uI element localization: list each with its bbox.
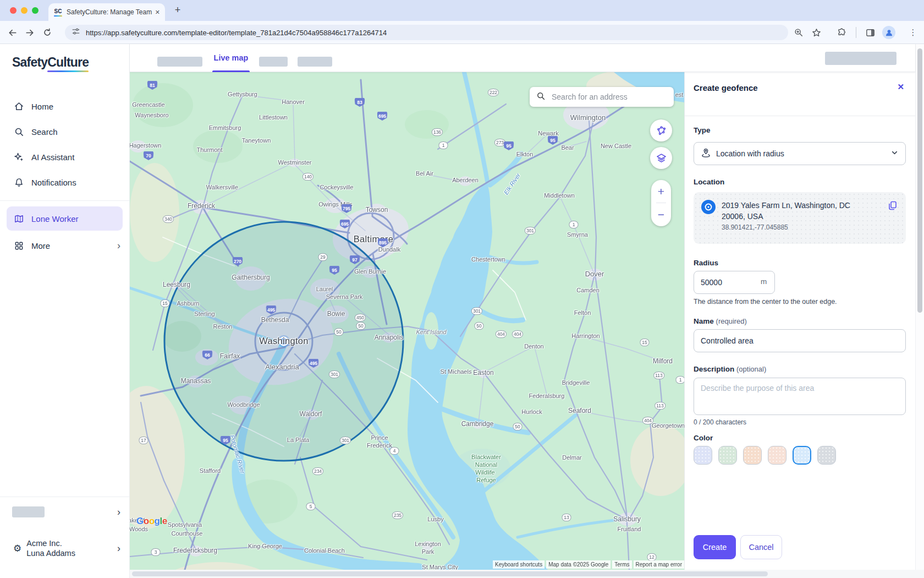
forward-button[interactable] [23,26,36,39]
site-settings-icon[interactable] [72,27,80,38]
panel-divider [685,116,915,116]
radius-help-text: The distance from the center to the oute… [694,298,837,306]
bookmark-star-icon[interactable] [810,26,823,39]
address-line1: 2019 Yales Farm Ln, Washington, DC [722,201,850,210]
zoom-out-button[interactable]: − [651,203,671,226]
zoom-in-button[interactable]: + [651,180,671,203]
active-tab-underline [212,70,250,72]
header-skeleton [825,52,897,65]
address-bar[interactable]: https://app.safetyculture.com/template-e… [65,25,788,40]
minimize-window-button[interactable] [21,7,28,14]
tab-skeleton [259,57,288,67]
tab-live-map[interactable]: Live map [212,44,250,72]
browser-toolbar: https://app.safetyculture.com/template-e… [0,21,924,44]
org-switcher[interactable]: ⚙ Acme Inc. Luna Addams › [0,534,129,563]
browser-menu-icon[interactable]: ⋮ [908,26,919,39]
sidebar-item-home[interactable]: Home [0,94,129,119]
description-textarea[interactable] [694,378,906,415]
name-input[interactable] [694,329,906,352]
sidebar-item-search[interactable]: Search [0,119,129,144]
sparkle-icon [14,152,24,162]
back-button[interactable] [6,26,19,39]
close-tab-icon[interactable]: ✕ [155,9,160,16]
side-panel-icon[interactable] [864,26,877,39]
new-tab-button[interactable]: + [172,4,184,17]
bell-icon [14,177,24,188]
safetyculture-logo[interactable]: SafetyCulture [12,55,89,70]
color-swatch-3[interactable] [743,446,762,465]
color-swatch-2[interactable] [718,446,737,465]
location-radius-icon [701,148,711,160]
color-swatch-6[interactable] [817,446,836,465]
close-window-button[interactable] [10,7,16,14]
create-button[interactable]: Create [694,535,736,559]
map-search-box[interactable] [530,87,674,107]
map-icon [14,214,24,224]
sidebar-item-label: Notifications [31,178,76,187]
user-name: Luna Addams [26,549,75,558]
color-swatch-4[interactable] [768,446,787,465]
chevron-right-icon: › [117,241,120,250]
horizontal-scrollbar[interactable] [130,570,924,578]
map-attribution-item[interactable]: Keyboard shortcuts [493,560,544,569]
type-value: Location with radius [716,149,886,158]
sidebar-item-more[interactable]: More› [0,233,129,258]
map-search-input[interactable] [551,92,667,102]
extensions-icon[interactable] [835,26,848,39]
map-attribution-item[interactable]: Terms [612,560,631,569]
browser-tab-title: SafetyCulture: Manage Teams and... [67,8,152,16]
url-text: https://app.safetyculture.com/template-e… [86,29,387,37]
name-required-hint: (required) [716,317,747,325]
sidebar-nav: HomeSearchAI AssistantNotificationsLone … [0,94,129,258]
create-geofence-panel: Create geofence ✕ Type Location with rad… [684,72,915,570]
map-attribution: Keyboard shortcutsMap data ©2025 GoogleT… [493,560,684,569]
sidebar-item-notifications[interactable]: Notifications [0,170,129,195]
draw-geofence-button[interactable] [650,119,672,141]
color-swatch-1[interactable] [694,446,712,465]
map-layers-button[interactable] [650,147,672,169]
zoom-page-icon[interactable] [792,26,805,39]
logo-gradient-underline [47,70,89,73]
vertical-scrollbar[interactable] [915,44,924,570]
name-label: Name (required) [694,317,747,325]
type-select[interactable]: Location with radius [694,142,906,165]
horizontal-scrollbar-thumb[interactable] [132,571,768,576]
maximize-window-button[interactable] [32,7,38,14]
cancel-button[interactable]: Cancel [740,535,782,559]
sidebar: SafetyCulture HomeSearchAI AssistantNoti… [0,44,130,578]
page-tabbar: Live map [130,44,915,72]
sidebar-item-lone-worker[interactable]: Lone Worker [7,206,123,231]
copy-icon[interactable] [887,200,898,213]
color-swatches [694,446,836,465]
location-label: Location [694,178,724,186]
geofence-center-dot [280,338,287,345]
browser-tabstrip: SC SafetyCulture: Manage Teams and... ✕ … [0,0,924,21]
description-optional-hint: (optional) [736,365,766,373]
char-count: 0 / 200 characters [694,418,746,426]
toolbar-separator [856,27,856,38]
sidebar-footer-skeleton [12,506,45,517]
map-attribution-item[interactable]: Map data ©2025 Google [546,560,610,569]
safetyculture-favicon: SC [53,8,63,17]
draw-polygon-icon [656,125,667,137]
color-swatch-5-selected[interactable] [793,446,811,465]
chevron-down-icon [890,149,899,159]
browser-tab[interactable]: SC SafetyCulture: Manage Teams and... ✕ [48,3,165,21]
chevron-right-icon[interactable]: › [117,506,120,518]
sidebar-item-ai-assistant[interactable]: AI Assistant [0,144,129,170]
sidebar-item-label: AI Assistant [31,152,74,162]
org-name: Acme Inc. [26,539,75,548]
vertical-scrollbar-thumb[interactable] [917,48,922,313]
chevron-right-icon: › [117,543,120,554]
type-label: Type [694,126,711,134]
close-panel-icon[interactable]: ✕ [897,82,904,92]
reload-button[interactable] [41,26,54,39]
sidebar-item-label: Search [31,127,58,137]
radius-label: Radius [694,259,718,267]
sidebar-divider [0,200,129,201]
map-terrain [130,72,684,570]
map-attribution-item[interactable]: Report a map error [634,560,684,569]
profile-avatar[interactable] [882,26,895,39]
tab-skeleton [157,57,202,67]
live-map[interactable]: GreencastleWaynesboroGettysburgHanoverLi… [130,72,684,570]
